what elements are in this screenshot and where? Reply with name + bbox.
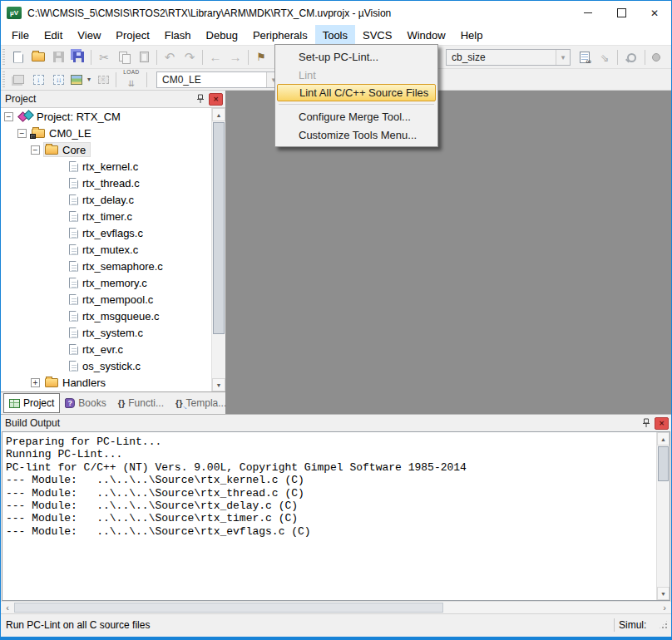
save-button[interactable]	[48, 47, 68, 67]
menu-debug[interactable]: Debug	[199, 25, 245, 45]
tree-item-file[interactable]: os_systick.c	[1, 357, 211, 374]
find-button[interactable]	[620, 47, 642, 67]
scroll-up-arrow[interactable]	[657, 432, 670, 446]
tree-item-file[interactable]: rtx_kernel.c	[1, 158, 211, 175]
menu-item-setup-pc-lint[interactable]: Set-up PC-Lint...	[275, 47, 437, 66]
pin-button[interactable]	[639, 417, 653, 430]
tree-item-label[interactable]: Project: RTX_CM	[37, 111, 121, 123]
expand-toggle[interactable]	[17, 129, 27, 138]
stop-build-button[interactable]	[93, 70, 113, 90]
batch-build-dropdown[interactable]	[85, 76, 93, 83]
toolbar-grip[interactable]	[2, 49, 5, 66]
tab-books[interactable]: Books	[60, 394, 111, 412]
toolbar-grip[interactable]	[2, 71, 5, 88]
menu-file[interactable]: File	[4, 25, 37, 45]
incremental-find-button[interactable]	[595, 47, 615, 67]
tree-item-file[interactable]: rtx_semaphore.c	[1, 258, 211, 274]
tree-item-label[interactable]: rtx_memory.c	[82, 277, 147, 289]
tree-item-group-core[interactable]: Core	[1, 141, 211, 158]
scroll-left-arrow[interactable]	[1, 602, 14, 613]
tree-item-label[interactable]: CM0_LE	[49, 127, 91, 140]
tree-item-label[interactable]: rtx_mutex.c	[82, 244, 138, 256]
bookmark-button[interactable]	[251, 47, 271, 67]
build-output-vertical-scrollbar[interactable]	[656, 432, 670, 600]
expand-toggle[interactable]	[31, 378, 40, 387]
find-combo-dropdown[interactable]	[556, 50, 570, 65]
tree-item-file[interactable]: rtx_evr.c	[1, 341, 211, 357]
menu-peripherals[interactable]: Peripherals	[245, 25, 315, 45]
tree-item-label[interactable]: rtx_thread.c	[82, 177, 140, 190]
minimize-button[interactable]	[571, 1, 605, 25]
build-output-close-button[interactable]	[655, 417, 669, 430]
build-button[interactable]	[28, 70, 48, 90]
tree-item-label[interactable]: Core	[62, 144, 86, 156]
menu-tools[interactable]: Tools	[315, 25, 355, 45]
scroll-up-arrow[interactable]	[212, 108, 225, 121]
close-button[interactable]	[638, 1, 671, 25]
expand-toggle[interactable]	[31, 145, 40, 155]
tree-item-target-cm0le[interactable]: CM0_LE	[1, 125, 211, 141]
tree-item-label[interactable]: os_systick.c	[82, 360, 141, 372]
target-select-value[interactable]: CM0_LE	[157, 72, 266, 87]
cut-button[interactable]	[94, 47, 114, 67]
menu-flash[interactable]: Flash	[157, 25, 199, 45]
tree-item-file[interactable]: rtx_timer.c	[1, 208, 211, 224]
resize-grip-icon[interactable]	[658, 619, 669, 630]
expand-toggle[interactable]	[4, 112, 13, 121]
menu-item-customize-tools-menu[interactable]: Customize Tools Menu...	[275, 126, 437, 144]
menu-window[interactable]: Window	[399, 25, 452, 45]
scroll-down-arrow[interactable]	[657, 587, 670, 600]
download-button[interactable]: LOAD	[119, 69, 144, 91]
tree-item-file[interactable]: rtx_delay.c	[1, 191, 211, 208]
breakpoint-button[interactable]	[648, 47, 665, 67]
tree-vertical-scrollbar[interactable]	[211, 108, 225, 391]
tree-item-label[interactable]: Handlers	[62, 377, 106, 389]
scrollbar-thumb[interactable]	[658, 446, 669, 481]
copy-button[interactable]	[114, 47, 134, 67]
tree-item-label[interactable]: rtx_kernel.c	[82, 160, 138, 173]
tree-item-label[interactable]: rtx_delay.c	[82, 194, 134, 206]
tree-item-file[interactable]: rtx_evflags.c	[1, 224, 211, 241]
tree-item-label[interactable]: rtx_evr.c	[82, 343, 123, 356]
rebuild-button[interactable]	[48, 70, 68, 90]
build-output-horizontal-scrollbar[interactable]	[1, 601, 671, 613]
tree-item-file[interactable]: rtx_mempool.c	[1, 291, 211, 308]
menu-item-configure-merge-tool[interactable]: Configure Merge Tool...	[275, 107, 437, 126]
tree-item-label[interactable]: rtx_timer.c	[82, 210, 132, 223]
target-select-combo[interactable]: CM0_LE	[156, 71, 281, 88]
save-all-button[interactable]	[68, 47, 88, 67]
tree-item-file[interactable]: rtx_msgqueue.c	[1, 308, 211, 324]
find-text-combo[interactable]: cb_size	[446, 49, 571, 66]
menu-edit[interactable]: Edit	[37, 25, 70, 45]
tab-functions[interactable]: Functi...	[113, 394, 169, 412]
tree-item-file[interactable]: rtx_thread.c	[1, 175, 211, 191]
redo-button[interactable]	[180, 47, 200, 67]
scroll-down-arrow[interactable]	[212, 378, 225, 391]
tree-item-file[interactable]: rtx_mutex.c	[1, 241, 211, 258]
open-file-button[interactable]	[28, 47, 48, 67]
tree-item-label[interactable]: rtx_evflags.c	[82, 227, 143, 239]
project-panel-close-button[interactable]	[209, 93, 223, 106]
menu-item-lint-all-sources[interactable]: Lint All C/C++ Source Files	[277, 84, 436, 101]
menu-project[interactable]: Project	[108, 25, 156, 45]
batch-build-button[interactable]	[68, 70, 85, 90]
tree-item-label[interactable]: rtx_system.c	[82, 327, 143, 339]
tab-templates[interactable]: Templa...	[170, 394, 231, 412]
scrollbar-thumb[interactable]	[14, 603, 443, 613]
tree-item-file[interactable]: rtx_memory.c	[1, 274, 211, 291]
scroll-right-arrow[interactable]	[658, 602, 671, 613]
menu-help[interactable]: Help	[453, 25, 491, 45]
translate-button[interactable]	[8, 70, 28, 90]
pin-button[interactable]	[193, 93, 207, 106]
build-output-content[interactable]: Preparing for PC-Lint... Running PC-Lint…	[2, 431, 670, 601]
tree-item-group-handlers[interactable]: Handlers	[1, 374, 211, 391]
tab-project[interactable]: Project	[3, 393, 60, 413]
tree-item-label[interactable]: rtx_semaphore.c	[82, 260, 163, 273]
undo-button[interactable]	[160, 47, 180, 67]
find-in-files-button[interactable]	[575, 47, 595, 67]
tree-item-label[interactable]: rtx_msgqueue.c	[82, 310, 160, 322]
navigate-forward-button[interactable]	[225, 47, 245, 67]
tree-item-file[interactable]: rtx_system.c	[1, 324, 211, 341]
maximize-button[interactable]	[605, 1, 638, 25]
tree-item-project-root[interactable]: Project: RTX_CM	[1, 108, 211, 125]
